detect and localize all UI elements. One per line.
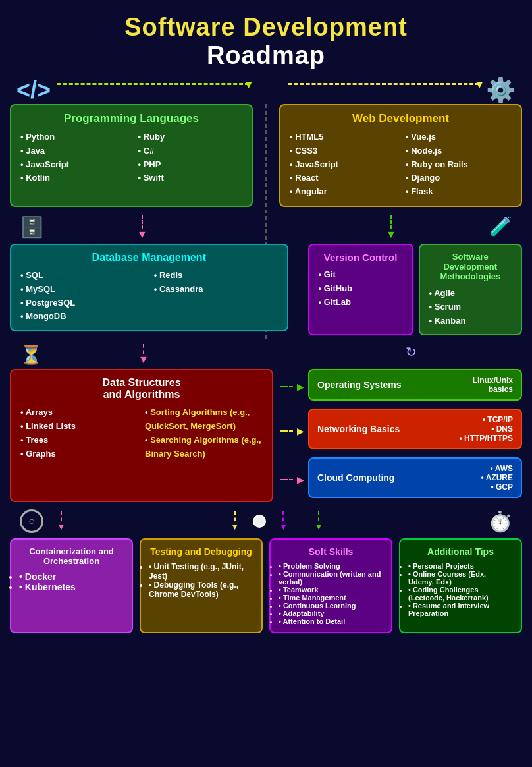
cloud-note: • AWS• AZURE• GCP bbox=[481, 464, 513, 492]
prog-lang-title: Programming Languages bbox=[20, 112, 242, 125]
soft-skills-list: Problem Solving Communication (written a… bbox=[279, 562, 383, 625]
prog-lang-col1: Python Java JavaScript Kotlin bbox=[20, 130, 125, 185]
vc-sdm-row: Version Control Git GitHub GitLab Softwa… bbox=[308, 244, 522, 335]
flask-icon: 🧪 bbox=[489, 215, 512, 237]
title-line1: Software Development bbox=[10, 13, 522, 42]
db-mgmt-title: Database Management bbox=[20, 252, 278, 264]
database-icon: 🗄️ bbox=[20, 215, 44, 239]
title-section: Software Development Roadmap bbox=[10, 7, 522, 73]
code-icon: </> bbox=[16, 76, 51, 104]
net-note: • TCP/IP• DNS• HTTP/HTTPS bbox=[459, 415, 513, 443]
containerization-card: Containerization and Orchestration Docke… bbox=[10, 538, 133, 633]
add-tips-list: Personal Projects Online Courses (Edx, U… bbox=[408, 562, 513, 617]
page-wrapper: Software Development Roadmap </> ▼ ▼ ⚙️ … bbox=[0, 0, 532, 767]
cloud-box: Cloud Computing • AWS• AZURE• GCP bbox=[308, 457, 522, 498]
soft-skills-title: Soft Skills bbox=[279, 546, 383, 557]
web-dev-title: Web Development bbox=[290, 112, 512, 125]
containerize-title: Containerization and Orchestration bbox=[19, 546, 124, 566]
cloud-title: Cloud Computing bbox=[317, 472, 394, 483]
db-mgmt-col2: Redis Cassandra bbox=[154, 269, 278, 324]
hourglass-icon: ⏳ bbox=[20, 344, 43, 366]
right-stack-3: ▶ Operating Systems Linux/Unixbasics ▶ N… bbox=[280, 369, 522, 502]
row-2-cards: Database Management SQL MySQL PostgreSQL… bbox=[10, 244, 522, 335]
row-1-cards: Programming Languages Python Java JavaSc… bbox=[10, 104, 522, 207]
db-mgmt-col1: SQL MySQL PostgreSQL MongoDB bbox=[20, 269, 144, 324]
dsa-col1: Arrays Linked Lists Trees Graphs bbox=[20, 406, 138, 461]
database-management-card: Database Management SQL MySQL PostgreSQL… bbox=[10, 244, 288, 331]
right-col-2: Version Control Git GitHub GitLab Softwa… bbox=[308, 244, 522, 335]
net-row: ▶ Networking Basics • TCP/IP• DNS• HTTP/… bbox=[280, 409, 522, 453]
programming-languages-card: Programming Languages Python Java JavaSc… bbox=[10, 104, 253, 207]
stopwatch-icon: ⏱️ bbox=[488, 510, 512, 533]
soft-skills-card: Soft Skills Problem Solving Communicatio… bbox=[269, 538, 392, 633]
sdm-title: Software Development Methodologies bbox=[429, 252, 512, 281]
web-development-card: Web Development HTML5 CSS3 JavaScript Re… bbox=[279, 104, 522, 207]
web-dev-col2: Vue.js Node.js Ruby on Rails Django Flas… bbox=[406, 130, 512, 199]
net-box: Networking Basics • TCP/IP• DNS• HTTP/HT… bbox=[308, 409, 522, 449]
dsa-col2: Sorting Algorithms (e.g., QuickSort, Mer… bbox=[145, 406, 263, 461]
searching-highlight: Searching Algorithms (e.g., Binary Searc… bbox=[145, 435, 261, 459]
vc-list: Git GitHub GitLab bbox=[319, 268, 403, 309]
os-row: ▶ Operating Systems Linux/Unixbasics bbox=[280, 369, 522, 405]
sorting-highlight: Sorting Algorithms (e.g., QuickSort, Mer… bbox=[145, 407, 250, 431]
sdm-list: Agile Scrum Kanban bbox=[429, 287, 512, 327]
testing-list: Unit Testing (e.g., JUnit, Jest) Debuggi… bbox=[149, 562, 253, 599]
add-tips-title: Additional Tips bbox=[408, 546, 513, 557]
gear-icon: ⚙️ bbox=[486, 76, 516, 104]
dsa-card: Data Structuresand Algorithms Arrays Lin… bbox=[10, 369, 273, 502]
title-line2: Roadmap bbox=[10, 42, 522, 70]
cloud-row: ▶ Cloud Computing • AWS• AZURE• GCP bbox=[280, 457, 522, 502]
containerize-list: Docker Kubernetes bbox=[19, 571, 124, 592]
row-3: Data Structuresand Algorithms Arrays Lin… bbox=[10, 369, 522, 502]
os-note: Linux/Unixbasics bbox=[473, 376, 513, 394]
top-icons-row: </> ▼ ▼ ⚙️ bbox=[10, 73, 522, 104]
testing-card: Testing and Debugging Unit Testing (e.g.… bbox=[140, 538, 263, 633]
sdm-card: Software Development Methodologies Agile… bbox=[419, 244, 522, 335]
testing-title: Testing and Debugging bbox=[149, 546, 253, 557]
bottom-icons-row: ○ ▼ ▼ ▼ ▼ ⏱️ bbox=[10, 507, 522, 535]
circle-icon: ○ bbox=[20, 509, 43, 533]
os-title: Operating Systems bbox=[317, 380, 402, 390]
version-control-card: Version Control Git GitHub GitLab bbox=[308, 244, 413, 335]
prog-lang-col2: Ruby C# PHP Swift bbox=[138, 130, 243, 185]
net-title: Networking Basics bbox=[317, 424, 400, 434]
vc-title: Version Control bbox=[319, 252, 403, 263]
additional-tips-card: Additional Tips Personal Projects Online… bbox=[399, 538, 522, 633]
bottom-section: Containerization and Orchestration Docke… bbox=[10, 538, 522, 633]
dsa-title: Data Structuresand Algorithms bbox=[20, 377, 263, 401]
os-box: Operating Systems Linux/Unixbasics bbox=[308, 369, 522, 401]
row3-icon-area: ⏳ ▼ ↻ bbox=[10, 341, 522, 369]
web-dev-col1: HTML5 CSS3 JavaScript React Angular bbox=[290, 130, 396, 199]
